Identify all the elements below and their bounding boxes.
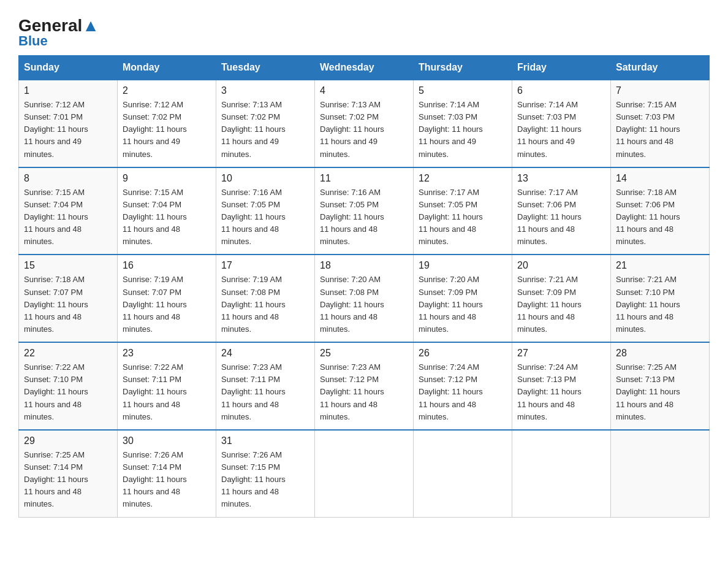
day-number: 4 xyxy=(320,85,408,96)
week-row-5: 29 Sunrise: 7:25 AMSunset: 7:14 PMDaylig… xyxy=(19,430,710,517)
calendar-cell: 24 Sunrise: 7:23 AMSunset: 7:11 PMDaylig… xyxy=(216,342,315,430)
page-header: General▲ Blue xyxy=(18,12,710,49)
header-day-wednesday: Wednesday xyxy=(315,56,414,80)
day-info: Sunrise: 7:20 AMSunset: 7:08 PMDaylight:… xyxy=(320,274,408,335)
calendar-cell: 9 Sunrise: 7:15 AMSunset: 7:04 PMDayligh… xyxy=(118,167,216,255)
day-info: Sunrise: 7:26 AMSunset: 7:14 PMDaylight:… xyxy=(123,449,211,511)
day-number: 16 xyxy=(123,260,211,271)
calendar-cell: 25 Sunrise: 7:23 AMSunset: 7:12 PMDaylig… xyxy=(315,342,414,430)
day-info: Sunrise: 7:18 AMSunset: 7:07 PMDaylight:… xyxy=(24,274,112,335)
day-number: 26 xyxy=(419,348,507,359)
day-number: 12 xyxy=(419,173,507,184)
header-day-tuesday: Tuesday xyxy=(216,56,315,80)
day-info: Sunrise: 7:13 AMSunset: 7:02 PMDaylight:… xyxy=(221,99,309,161)
day-number: 25 xyxy=(320,348,408,359)
day-number: 14 xyxy=(616,173,704,184)
day-number: 8 xyxy=(24,173,112,184)
day-info: Sunrise: 7:23 AMSunset: 7:11 PMDaylight:… xyxy=(221,361,309,423)
calendar-cell: 4 Sunrise: 7:13 AMSunset: 7:02 PMDayligh… xyxy=(315,80,414,167)
logo-general: General▲ xyxy=(18,17,99,34)
day-number: 7 xyxy=(616,85,704,96)
day-number: 11 xyxy=(320,173,408,184)
day-number: 28 xyxy=(616,348,704,359)
header-day-saturday: Saturday xyxy=(611,56,710,80)
week-row-4: 22 Sunrise: 7:22 AMSunset: 7:10 PMDaylig… xyxy=(19,342,710,430)
calendar-cell: 20 Sunrise: 7:21 AMSunset: 7:09 PMDaylig… xyxy=(512,255,611,342)
day-number: 31 xyxy=(221,435,309,446)
logo-triangle-icon: ▲ xyxy=(82,16,99,35)
calendar-table: SundayMondayTuesdayWednesdayThursdayFrid… xyxy=(18,55,710,518)
day-info: Sunrise: 7:24 AMSunset: 7:12 PMDaylight:… xyxy=(419,361,507,423)
day-number: 29 xyxy=(24,435,112,446)
day-info: Sunrise: 7:20 AMSunset: 7:09 PMDaylight:… xyxy=(419,274,507,335)
calendar-cell xyxy=(414,430,512,517)
calendar-cell: 28 Sunrise: 7:25 AMSunset: 7:13 PMDaylig… xyxy=(611,342,710,430)
day-info: Sunrise: 7:25 AMSunset: 7:14 PMDaylight:… xyxy=(24,449,112,511)
calendar-cell: 1 Sunrise: 7:12 AMSunset: 7:01 PMDayligh… xyxy=(19,80,118,167)
header-day-friday: Friday xyxy=(512,56,611,80)
calendar-cell xyxy=(512,430,611,517)
day-info: Sunrise: 7:15 AMSunset: 7:04 PMDaylight:… xyxy=(123,186,211,248)
day-number: 6 xyxy=(517,85,605,96)
calendar-cell: 8 Sunrise: 7:15 AMSunset: 7:04 PMDayligh… xyxy=(19,167,118,255)
day-number: 20 xyxy=(517,260,605,271)
day-number: 24 xyxy=(221,348,309,359)
calendar-cell xyxy=(315,430,414,517)
day-number: 10 xyxy=(221,173,309,184)
calendar-cell: 22 Sunrise: 7:22 AMSunset: 7:10 PMDaylig… xyxy=(19,342,118,430)
day-info: Sunrise: 7:14 AMSunset: 7:03 PMDaylight:… xyxy=(419,99,507,161)
day-number: 30 xyxy=(123,435,211,446)
calendar-cell: 15 Sunrise: 7:18 AMSunset: 7:07 PMDaylig… xyxy=(19,255,118,342)
day-info: Sunrise: 7:22 AMSunset: 7:10 PMDaylight:… xyxy=(24,361,112,423)
day-info: Sunrise: 7:17 AMSunset: 7:06 PMDaylight:… xyxy=(517,186,605,248)
day-number: 13 xyxy=(517,173,605,184)
day-info: Sunrise: 7:26 AMSunset: 7:15 PMDaylight:… xyxy=(221,449,309,511)
day-info: Sunrise: 7:16 AMSunset: 7:05 PMDaylight:… xyxy=(320,186,408,248)
calendar-cell: 17 Sunrise: 7:19 AMSunset: 7:08 PMDaylig… xyxy=(216,255,315,342)
calendar-cell: 18 Sunrise: 7:20 AMSunset: 7:08 PMDaylig… xyxy=(315,255,414,342)
week-row-3: 15 Sunrise: 7:18 AMSunset: 7:07 PMDaylig… xyxy=(19,255,710,342)
calendar-body: 1 Sunrise: 7:12 AMSunset: 7:01 PMDayligh… xyxy=(19,80,710,517)
day-info: Sunrise: 7:24 AMSunset: 7:13 PMDaylight:… xyxy=(517,361,605,423)
week-row-2: 8 Sunrise: 7:15 AMSunset: 7:04 PMDayligh… xyxy=(19,167,710,255)
calendar-cell xyxy=(611,430,710,517)
day-number: 15 xyxy=(24,260,112,271)
day-number: 23 xyxy=(123,348,211,359)
day-number: 19 xyxy=(419,260,507,271)
calendar-cell: 13 Sunrise: 7:17 AMSunset: 7:06 PMDaylig… xyxy=(512,167,611,255)
day-info: Sunrise: 7:21 AMSunset: 7:09 PMDaylight:… xyxy=(517,274,605,335)
day-info: Sunrise: 7:12 AMSunset: 7:02 PMDaylight:… xyxy=(123,99,211,161)
day-info: Sunrise: 7:15 AMSunset: 7:03 PMDaylight:… xyxy=(616,99,704,161)
day-info: Sunrise: 7:25 AMSunset: 7:13 PMDaylight:… xyxy=(616,361,704,423)
header-day-sunday: Sunday xyxy=(19,56,118,80)
day-info: Sunrise: 7:19 AMSunset: 7:07 PMDaylight:… xyxy=(123,274,211,335)
day-number: 27 xyxy=(517,348,605,359)
calendar-cell: 23 Sunrise: 7:22 AMSunset: 7:11 PMDaylig… xyxy=(118,342,216,430)
week-row-1: 1 Sunrise: 7:12 AMSunset: 7:01 PMDayligh… xyxy=(19,80,710,167)
calendar-header: SundayMondayTuesdayWednesdayThursdayFrid… xyxy=(19,56,710,80)
calendar-cell: 11 Sunrise: 7:16 AMSunset: 7:05 PMDaylig… xyxy=(315,167,414,255)
day-number: 5 xyxy=(419,85,507,96)
calendar-cell: 29 Sunrise: 7:25 AMSunset: 7:14 PMDaylig… xyxy=(19,430,118,517)
day-number: 22 xyxy=(24,348,112,359)
day-info: Sunrise: 7:13 AMSunset: 7:02 PMDaylight:… xyxy=(320,99,408,161)
day-info: Sunrise: 7:19 AMSunset: 7:08 PMDaylight:… xyxy=(221,274,309,335)
header-day-thursday: Thursday xyxy=(414,56,512,80)
logo: General▲ Blue xyxy=(18,17,99,49)
calendar-cell: 10 Sunrise: 7:16 AMSunset: 7:05 PMDaylig… xyxy=(216,167,315,255)
day-info: Sunrise: 7:18 AMSunset: 7:06 PMDaylight:… xyxy=(616,186,704,248)
header-row: SundayMondayTuesdayWednesdayThursdayFrid… xyxy=(19,56,710,80)
day-number: 9 xyxy=(123,173,211,184)
calendar-cell: 26 Sunrise: 7:24 AMSunset: 7:12 PMDaylig… xyxy=(414,342,512,430)
calendar-cell: 6 Sunrise: 7:14 AMSunset: 7:03 PMDayligh… xyxy=(512,80,611,167)
calendar-cell: 12 Sunrise: 7:17 AMSunset: 7:05 PMDaylig… xyxy=(414,167,512,255)
calendar-cell: 14 Sunrise: 7:18 AMSunset: 7:06 PMDaylig… xyxy=(611,167,710,255)
day-number: 1 xyxy=(24,85,112,96)
day-info: Sunrise: 7:15 AMSunset: 7:04 PMDaylight:… xyxy=(24,186,112,248)
day-number: 17 xyxy=(221,260,309,271)
calendar-cell: 16 Sunrise: 7:19 AMSunset: 7:07 PMDaylig… xyxy=(118,255,216,342)
calendar-cell: 27 Sunrise: 7:24 AMSunset: 7:13 PMDaylig… xyxy=(512,342,611,430)
day-number: 18 xyxy=(320,260,408,271)
day-number: 2 xyxy=(123,85,211,96)
calendar-cell: 19 Sunrise: 7:20 AMSunset: 7:09 PMDaylig… xyxy=(414,255,512,342)
